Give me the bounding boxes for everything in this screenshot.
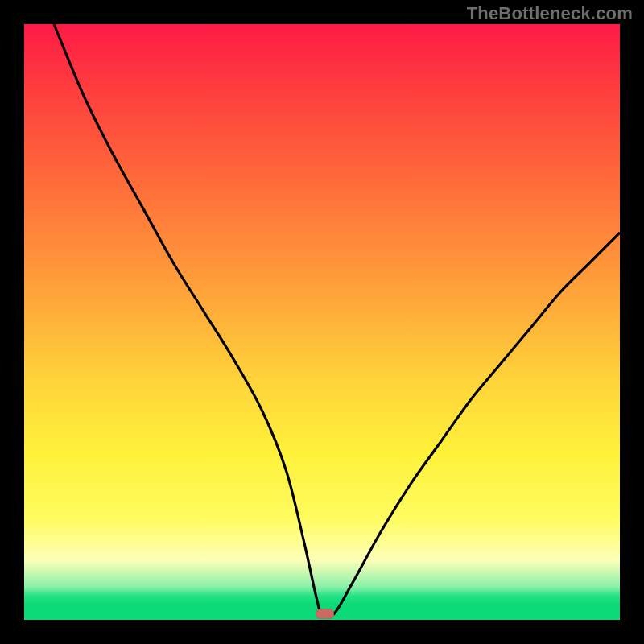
bottleneck-curve <box>24 24 620 620</box>
plot-area <box>24 24 620 620</box>
minimum-marker <box>316 609 334 619</box>
watermark-text: TheBottleneck.com <box>467 3 633 24</box>
chart-frame: TheBottleneck.com <box>0 0 644 644</box>
